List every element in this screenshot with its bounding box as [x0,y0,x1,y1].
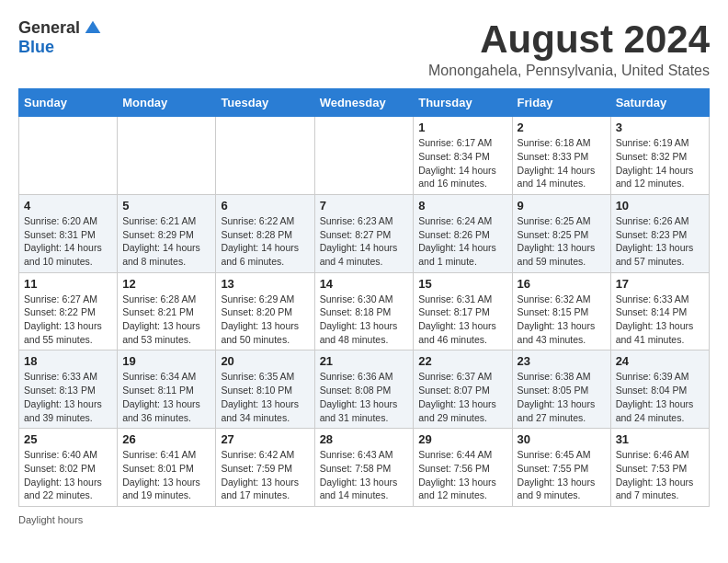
week-row-3: 11Sunrise: 6:27 AM Sunset: 8:22 PM Dayli… [19,272,710,350]
calendar-cell: 20Sunrise: 6:35 AM Sunset: 8:10 PM Dayli… [216,350,314,429]
day-number: 27 [221,432,309,446]
calendar-cell: 7Sunrise: 6:23 AM Sunset: 8:27 PM Daylig… [314,194,414,272]
calendar-cell: 17Sunrise: 6:33 AM Sunset: 8:14 PM Dayli… [610,272,709,350]
day-info: Sunrise: 6:32 AM Sunset: 8:15 PM Dayligh… [518,293,606,347]
calendar-cell: 14Sunrise: 6:30 AM Sunset: 8:18 PM Dayli… [314,272,414,350]
calendar-cell: 24Sunrise: 6:39 AM Sunset: 8:04 PM Dayli… [610,350,709,429]
day-info: Sunrise: 6:26 AM Sunset: 8:23 PM Dayligh… [616,214,704,269]
title-section: August 2024 Monongahela, Pennsylvania, U… [428,18,710,79]
day-info: Sunrise: 6:28 AM Sunset: 8:21 PM Dayligh… [122,293,210,347]
calendar-cell: 2Sunrise: 6:18 AM Sunset: 8:33 PM Daylig… [512,117,610,195]
calendar-header-row: SundayMondayTuesdayWednesdayThursdayFrid… [19,89,710,117]
calendar-cell: 8Sunrise: 6:24 AM Sunset: 8:26 PM Daylig… [414,194,512,272]
day-number: 18 [24,354,112,368]
logo-blue: Blue [18,38,54,57]
calendar-cell: 23Sunrise: 6:38 AM Sunset: 8:05 PM Dayli… [512,350,610,429]
calendar-cell [216,117,314,195]
day-info: Sunrise: 6:33 AM Sunset: 8:13 PM Dayligh… [24,370,112,424]
week-row-2: 4Sunrise: 6:20 AM Sunset: 8:31 PM Daylig… [19,194,710,272]
week-row-5: 25Sunrise: 6:40 AM Sunset: 8:02 PM Dayli… [19,429,710,507]
day-number: 3 [616,121,704,134]
day-number: 21 [320,354,409,368]
location-title: Monongahela, Pennsylvania, United States [428,63,710,79]
calendar-cell: 28Sunrise: 6:43 AM Sunset: 7:58 PM Dayli… [314,429,414,507]
day-number: 30 [518,432,606,446]
day-info: Sunrise: 6:23 AM Sunset: 8:27 PM Dayligh… [320,214,409,269]
day-info: Sunrise: 6:17 AM Sunset: 8:34 PM Dayligh… [418,136,506,190]
day-info: Sunrise: 6:25 AM Sunset: 8:25 PM Dayligh… [518,214,606,269]
calendar-cell: 31Sunrise: 6:46 AM Sunset: 7:53 PM Dayli… [610,429,709,507]
svg-marker-0 [85,20,101,32]
day-number: 20 [221,354,309,368]
day-info: Sunrise: 6:20 AM Sunset: 8:31 PM Dayligh… [24,214,112,269]
calendar-cell: 25Sunrise: 6:40 AM Sunset: 8:02 PM Dayli… [19,429,118,507]
day-number: 15 [418,277,506,291]
day-info: Sunrise: 6:18 AM Sunset: 8:33 PM Dayligh… [518,136,606,190]
day-info: Sunrise: 6:44 AM Sunset: 7:56 PM Dayligh… [418,448,506,502]
day-info: Sunrise: 6:33 AM Sunset: 8:14 PM Dayligh… [616,293,704,347]
calendar-cell: 6Sunrise: 6:22 AM Sunset: 8:28 PM Daylig… [216,194,314,272]
calendar-cell: 1Sunrise: 6:17 AM Sunset: 8:34 PM Daylig… [414,117,512,195]
day-info: Sunrise: 6:43 AM Sunset: 7:58 PM Dayligh… [320,448,409,502]
calendar-cell: 22Sunrise: 6:37 AM Sunset: 8:07 PM Dayli… [414,350,512,429]
logo-icon [84,19,102,38]
calendar-cell: 4Sunrise: 6:20 AM Sunset: 8:31 PM Daylig… [19,194,118,272]
calendar-cell: 13Sunrise: 6:29 AM Sunset: 8:20 PM Dayli… [216,272,314,350]
day-number: 31 [616,432,704,446]
day-info: Sunrise: 6:45 AM Sunset: 7:55 PM Dayligh… [518,448,606,502]
calendar-cell: 9Sunrise: 6:25 AM Sunset: 8:25 PM Daylig… [512,194,610,272]
day-info: Sunrise: 6:46 AM Sunset: 7:53 PM Dayligh… [616,448,704,502]
week-row-1: 1Sunrise: 6:17 AM Sunset: 8:34 PM Daylig… [19,117,710,195]
day-info: Sunrise: 6:24 AM Sunset: 8:26 PM Dayligh… [418,214,506,269]
calendar-cell [118,117,216,195]
day-number: 16 [518,277,606,291]
day-info: Sunrise: 6:34 AM Sunset: 8:11 PM Dayligh… [122,370,210,424]
calendar-cell: 15Sunrise: 6:31 AM Sunset: 8:17 PM Dayli… [414,272,512,350]
calendar-cell: 30Sunrise: 6:45 AM Sunset: 7:55 PM Dayli… [512,429,610,507]
day-info: Sunrise: 6:19 AM Sunset: 8:32 PM Dayligh… [616,136,704,190]
day-info: Sunrise: 6:37 AM Sunset: 8:07 PM Dayligh… [418,370,506,424]
day-info: Sunrise: 6:39 AM Sunset: 8:04 PM Dayligh… [616,370,704,424]
day-number: 29 [418,432,506,446]
calendar-cell: 26Sunrise: 6:41 AM Sunset: 8:01 PM Dayli… [118,429,216,507]
calendar-cell: 27Sunrise: 6:42 AM Sunset: 7:59 PM Dayli… [216,429,314,507]
calendar-table: SundayMondayTuesdayWednesdayThursdayFrid… [18,88,710,507]
day-header-thursday: Thursday [414,89,512,117]
day-info: Sunrise: 6:38 AM Sunset: 8:05 PM Dayligh… [518,370,606,424]
day-number: 6 [221,199,309,213]
footer-note: Daylight hours [18,514,710,525]
day-number: 12 [122,277,210,291]
logo-general: General [18,18,80,38]
day-number: 10 [616,199,704,213]
day-number: 26 [122,432,210,446]
calendar-cell: 10Sunrise: 6:26 AM Sunset: 8:23 PM Dayli… [610,194,709,272]
day-info: Sunrise: 6:42 AM Sunset: 7:59 PM Dayligh… [221,448,309,502]
day-number: 1 [418,121,506,134]
day-info: Sunrise: 6:35 AM Sunset: 8:10 PM Dayligh… [221,370,309,424]
day-info: Sunrise: 6:41 AM Sunset: 8:01 PM Dayligh… [122,448,210,502]
logo: General Blue [18,18,102,57]
day-number: 19 [122,354,210,368]
page-header: General Blue August 2024 Monongahela, Pe… [18,18,710,79]
day-header-sunday: Sunday [19,89,118,117]
calendar-cell: 12Sunrise: 6:28 AM Sunset: 8:21 PM Dayli… [118,272,216,350]
day-number: 22 [418,354,506,368]
week-row-4: 18Sunrise: 6:33 AM Sunset: 8:13 PM Dayli… [19,350,710,429]
day-number: 5 [122,199,210,213]
day-number: 14 [320,277,409,291]
day-info: Sunrise: 6:36 AM Sunset: 8:08 PM Dayligh… [320,370,409,424]
day-header-saturday: Saturday [610,89,709,117]
calendar-cell: 18Sunrise: 6:33 AM Sunset: 8:13 PM Dayli… [19,350,118,429]
day-number: 9 [518,199,606,213]
calendar-cell: 11Sunrise: 6:27 AM Sunset: 8:22 PM Dayli… [19,272,118,350]
calendar-cell: 21Sunrise: 6:36 AM Sunset: 8:08 PM Dayli… [314,350,414,429]
day-number: 23 [518,354,606,368]
day-number: 24 [616,354,704,368]
day-number: 28 [320,432,409,446]
day-header-monday: Monday [118,89,216,117]
day-info: Sunrise: 6:31 AM Sunset: 8:17 PM Dayligh… [418,293,506,347]
day-header-tuesday: Tuesday [216,89,314,117]
day-info: Sunrise: 6:40 AM Sunset: 8:02 PM Dayligh… [24,448,112,502]
day-info: Sunrise: 6:22 AM Sunset: 8:28 PM Dayligh… [221,214,309,269]
day-info: Sunrise: 6:29 AM Sunset: 8:20 PM Dayligh… [221,293,309,347]
